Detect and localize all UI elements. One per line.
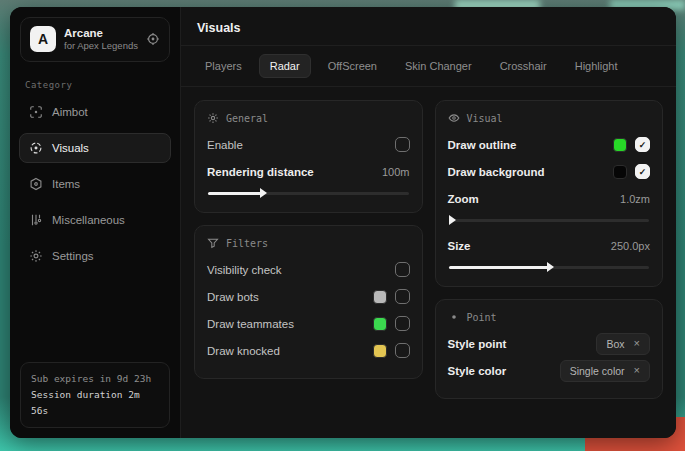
sidebar: A Arcane for Apex Legends Category (10, 7, 181, 438)
style-color-value: Single color (570, 365, 625, 377)
page-title: Visuals (197, 21, 241, 35)
draw-outline-label: Draw outline (448, 139, 517, 151)
app-subtitle: for Apex Legends (64, 40, 138, 52)
sub-expires-text: Sub expires in 9d 23h (31, 371, 159, 387)
panel-title: General (226, 113, 268, 124)
rendering-distance-row: Rendering distance 100m (207, 160, 410, 183)
tab-players[interactable]: Players (194, 54, 253, 78)
visibility-check-checkbox[interactable] (395, 262, 410, 277)
zoom-value: 1.0zm (620, 193, 650, 205)
tab-skin-changer[interactable]: Skin Changer (394, 54, 483, 78)
sidebar-item-miscellaneous[interactable]: Miscellaneous (19, 205, 171, 235)
draw-bots-color-swatch[interactable] (373, 290, 387, 304)
tab-radar[interactable]: Radar (259, 54, 311, 78)
panel-title: Filters (226, 238, 268, 249)
draw-background-label: Draw background (448, 166, 545, 178)
draw-teammates-label: Draw teammates (207, 318, 294, 330)
point-icon (448, 311, 460, 323)
main-area: Visuals Players Radar OffScreen Skin Cha… (181, 7, 676, 438)
sidebar-item-label: Miscellaneous (52, 214, 125, 226)
cheat-menu-window: A Arcane for Apex Legends Category (10, 7, 676, 438)
draw-knocked-checkbox[interactable] (395, 343, 410, 358)
general-panel-header: General (207, 112, 410, 124)
filters-panel: Filters Visibility check Draw bots (194, 225, 423, 379)
tab-highlight[interactable]: Highlight (564, 54, 629, 78)
slider-thumb[interactable] (260, 188, 267, 198)
panel-title: Visual (467, 113, 503, 124)
draw-outline-row: Draw outline ✓ (448, 133, 651, 156)
content: General Enable Rendering distance 100m (181, 87, 676, 412)
style-color-label: Style color (448, 365, 507, 377)
app-logo: A (30, 26, 56, 52)
visibility-check-row: Visibility check (207, 258, 410, 281)
target-icon[interactable] (146, 32, 160, 46)
sidebar-item-label: Visuals (52, 142, 89, 154)
package-icon (29, 177, 43, 191)
draw-outline-checkbox[interactable]: ✓ (635, 137, 650, 152)
size-value: 250.0px (611, 240, 650, 252)
sidebar-spacer (10, 274, 180, 352)
sidebar-item-label: Settings (52, 250, 94, 262)
size-slider[interactable] (449, 261, 650, 273)
visual-panel-header: Visual (448, 112, 651, 124)
sidebar-item-visuals[interactable]: Visuals (19, 133, 171, 163)
size-label: Size (448, 240, 471, 252)
style-point-label: Style point (448, 338, 507, 350)
draw-knocked-color-swatch[interactable] (373, 344, 387, 358)
draw-background-checkbox[interactable]: ✓ (635, 164, 650, 179)
right-column: Visual Draw outline ✓ Draw background (435, 100, 664, 399)
session-info-card: Sub expires in 9d 23h Session duration 2… (20, 362, 170, 428)
rendering-distance-label: Rendering distance (207, 166, 314, 178)
rendering-distance-value: 100m (382, 166, 410, 178)
panel-title: Point (467, 312, 497, 323)
sidebar-item-label: Items (52, 178, 80, 190)
draw-background-row: Draw background ✓ (448, 160, 651, 183)
slider-thumb[interactable] (449, 215, 456, 225)
filters-panel-header: Filters (207, 237, 410, 249)
point-panel-header: Point (448, 311, 651, 323)
enable-checkbox[interactable] (395, 137, 410, 152)
sidebar-item-label: Aimbot (52, 106, 88, 118)
left-column: General Enable Rendering distance 100m (194, 100, 423, 379)
funnel-icon (207, 237, 219, 249)
tab-crosshair[interactable]: Crosshair (489, 54, 558, 78)
draw-bots-label: Draw bots (207, 291, 259, 303)
style-point-row: Style point Box × (448, 332, 651, 355)
sidebar-item-items[interactable]: Items (19, 169, 171, 199)
zoom-row: Zoom 1.0zm (448, 187, 651, 210)
zoom-slider[interactable] (449, 214, 650, 226)
draw-bots-checkbox[interactable] (395, 289, 410, 304)
draw-background-color-swatch[interactable] (613, 165, 627, 179)
general-panel: General Enable Rendering distance 100m (194, 100, 423, 213)
sidebar-item-settings[interactable]: Settings (19, 241, 171, 271)
enable-row: Enable (207, 133, 410, 156)
rendering-distance-slider[interactable] (208, 187, 409, 199)
crosshair-icon (29, 105, 43, 119)
sidebar-item-aimbot[interactable]: Aimbot (19, 97, 171, 127)
enable-label: Enable (207, 139, 243, 151)
tab-offscreen[interactable]: OffScreen (317, 54, 388, 78)
style-color-row: Style color Single color × (448, 359, 651, 382)
draw-knocked-label: Draw knocked (207, 345, 280, 357)
zoom-label: Zoom (448, 193, 479, 205)
draw-teammates-checkbox[interactable] (395, 316, 410, 331)
draw-teammates-row: Draw teammates (207, 312, 410, 335)
draw-knocked-row: Draw knocked (207, 339, 410, 362)
tab-bar: Players Radar OffScreen Skin Changer Cro… (181, 46, 676, 87)
style-point-select[interactable]: Box × (596, 333, 650, 355)
remove-icon[interactable]: × (634, 365, 640, 376)
app-brand-card: A Arcane for Apex Legends (20, 17, 170, 62)
style-point-value: Box (606, 338, 624, 350)
draw-bots-row: Draw bots (207, 285, 410, 308)
category-section-label: Category (25, 80, 165, 90)
slider-thumb[interactable] (547, 262, 554, 272)
gear-icon (29, 249, 43, 263)
draw-teammates-color-swatch[interactable] (373, 317, 387, 331)
gear-icon (207, 112, 219, 124)
size-row: Size 250.0px (448, 234, 651, 257)
style-color-select[interactable]: Single color × (560, 360, 650, 382)
eye-scan-icon (29, 141, 43, 155)
remove-icon[interactable]: × (634, 338, 640, 349)
draw-outline-color-swatch[interactable] (613, 138, 627, 152)
eye-icon (448, 112, 460, 124)
